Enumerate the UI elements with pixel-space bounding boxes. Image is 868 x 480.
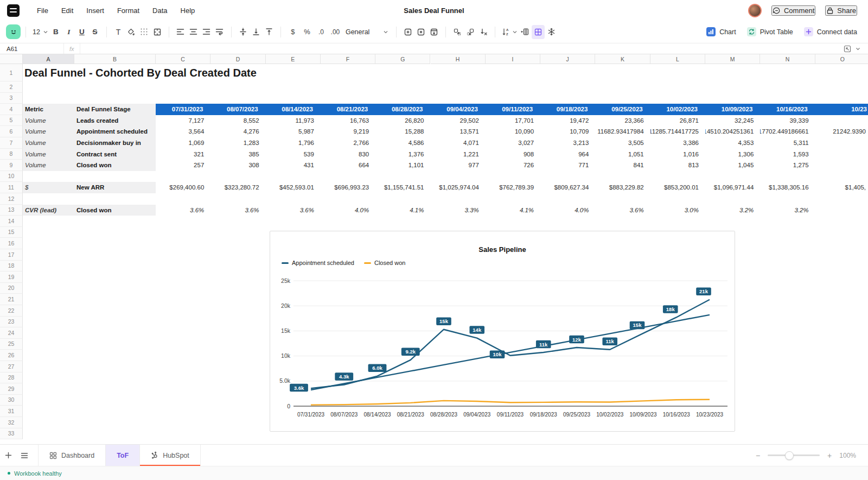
tab-dashboard[interactable]: Dashboard [38,445,106,466]
row-header-7[interactable]: 7 [0,137,23,149]
app-logo-icon[interactable] [7,4,20,17]
row-header-1[interactable]: 1 [0,64,23,81]
column-header-L[interactable]: L [650,54,705,64]
column-header-I[interactable]: I [486,54,540,64]
value-cell[interactable]: 3,505 [595,137,650,149]
value-cell[interactable]: 841 [595,160,650,171]
currency-format-button[interactable]: $ [286,25,300,39]
metric-cell-row-8[interactable]: Volume [23,149,74,160]
stage-cell-row-7[interactable]: Decisionmaker buy in [74,137,156,149]
date-header-cell[interactable]: 10/16/2023 [760,104,815,115]
number-format-select[interactable]: General [342,25,391,39]
row-header-12[interactable]: 12 [0,193,23,205]
value-cell[interactable]: 308 [210,160,265,171]
value-cell[interactable]: 1,016 [650,149,705,160]
value-cell[interactable]: $1,405, [815,182,868,193]
row-header-23[interactable]: 23 [0,317,23,328]
date-header-cell[interactable]: 10/09/2023 [705,104,760,115]
column-header-H[interactable]: H [431,54,486,64]
clear-formatting-button[interactable] [477,25,490,39]
metric-cell-row-11[interactable]: $ [23,182,74,193]
row-header-30[interactable]: 30 [0,395,23,406]
freeze-button[interactable] [545,25,558,39]
sheet-grid[interactable]: ABCDEFGHIJKLMNO1234567891011121314151617… [0,54,868,444]
value-cell[interactable]: 10,709 [540,126,595,137]
value-cell[interactable]: 7,127 [156,115,210,127]
date-header-cell[interactable]: 08/21/2023 [321,104,375,115]
menu-insert[interactable]: Insert [81,4,110,17]
value-cell[interactable] [815,205,868,216]
value-cell[interactable]: 1,069 [156,137,210,149]
menu-format[interactable]: Format [112,4,145,17]
value-cell[interactable]: 3.6% [266,205,321,216]
row-header-20[interactable]: 20 [0,283,23,294]
metric-cell-row-6[interactable]: Volume [23,126,74,137]
row-header-26[interactable]: 26 [0,350,23,361]
value-cell[interactable]: 1,593 [760,149,815,160]
tab-hubspot[interactable]: HubSpot [140,445,201,466]
chart-object[interactable]: 05.0k10k15k20k25k07/31/202308/07/202308/… [270,231,735,432]
column-header-J[interactable]: J [540,54,595,64]
value-cell[interactable]: 3,564 [156,126,210,137]
value-cell[interactable]: 1,275 [760,160,815,171]
value-cell[interactable]: 14510.204251361 [705,126,760,137]
date-header-cell[interactable]: 08/14/2023 [266,104,321,115]
value-cell[interactable]: 908 [486,149,540,160]
value-cell[interactable]: 964 [540,149,595,160]
value-cell[interactable]: 17702.449186661 [760,126,815,137]
value-cell[interactable]: $762,789.39 [486,182,540,193]
row-header-25[interactable]: 25 [0,339,23,350]
select-all-corner[interactable] [0,54,23,64]
sort-button[interactable]: AZ [500,25,519,39]
tab-tof[interactable]: ToF [106,445,140,466]
bold-button[interactable]: B [49,25,62,39]
value-cell[interactable]: 10,090 [486,126,540,137]
column-width-button[interactable] [519,25,532,39]
value-cell[interactable]: 3.3% [431,205,486,216]
row-header-14[interactable]: 14 [0,216,23,227]
value-cell[interactable]: 21242.9390 [815,126,868,137]
stage-cell-row-5[interactable]: Leads created [74,115,156,127]
row-header-19[interactable]: 19 [0,271,23,283]
value-cell[interactable]: 1,376 [375,149,430,160]
share-button[interactable]: Share [825,5,857,16]
date-header-cell[interactable]: 07/31/2023 [156,104,210,115]
date-header-cell[interactable]: 09/04/2023 [431,104,486,115]
row-header-16[interactable]: 16 [0,238,23,249]
row-header-21[interactable]: 21 [0,294,23,305]
value-cell[interactable]: 19,472 [540,115,595,127]
value-cell[interactable]: 1,221 [431,149,486,160]
column-header-M[interactable]: M [705,54,760,64]
value-cell[interactable]: $1,338,305.16 [760,182,815,193]
font-size-select[interactable]: 12 [31,25,49,39]
menu-data[interactable]: Data [147,4,173,17]
value-cell[interactable]: 17,701 [486,115,540,127]
zoom-slider-knob[interactable] [785,451,794,460]
column-header-G[interactable]: G [375,54,430,64]
date-header-cell[interactable]: 09/25/2023 [595,104,650,115]
zoom-out-button[interactable]: − [756,451,760,460]
value-cell[interactable]: 3.6% [210,205,265,216]
value-cell[interactable]: 1,283 [210,137,265,149]
menu-edit[interactable]: Edit [56,4,79,17]
value-cell[interactable]: 32,245 [705,115,760,127]
insert-pivot-button[interactable]: Pivot Table [747,27,793,36]
decrease-decimal-button[interactable]: .0 [314,25,328,39]
stage-cell-row-11[interactable]: New ARR [74,182,156,193]
value-cell[interactable]: $269,400.60 [156,182,210,193]
row-header-32[interactable]: 32 [0,417,23,428]
strikethrough-button[interactable]: S [88,25,101,39]
row-header-28[interactable]: 28 [0,372,23,384]
value-cell[interactable]: 3.6% [156,205,210,216]
insert-chart-button[interactable]: Chart [706,27,736,36]
metric-cell-row-5[interactable]: Volume [23,115,74,127]
row-header-3[interactable]: 3 [0,93,23,104]
stage-cell-row-8[interactable]: Contract sent [74,149,156,160]
insert-shift-down-button[interactable] [427,25,441,39]
column-header-C[interactable]: C [156,54,210,64]
column-header-K[interactable]: K [595,54,650,64]
value-cell[interactable] [815,137,868,149]
add-sheet-button[interactable] [0,445,16,466]
stage-cell-row-13[interactable]: Closed won [74,205,156,216]
cell-reference-box[interactable]: A61 [0,43,64,54]
